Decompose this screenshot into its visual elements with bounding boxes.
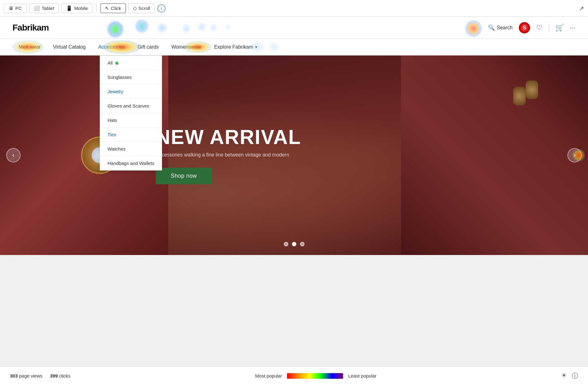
share-button[interactable]: ↗	[579, 5, 584, 12]
click-label: Click	[111, 6, 121, 11]
info-button[interactable]: i	[157, 4, 165, 12]
clicks-count: 399 clicks	[50, 373, 70, 378]
footer-stats: 303 page views 399 clicks	[10, 373, 70, 378]
tablet-icon: ⬜	[34, 5, 40, 11]
hero-description: Accessories walking a fine line between …	[156, 152, 301, 158]
user-button[interactable]: S	[519, 22, 530, 33]
carousel-dot-2[interactable]	[292, 242, 296, 246]
scroll-button[interactable]: ◇ Scroll	[128, 3, 155, 13]
pc-label: PC	[15, 6, 22, 11]
mobile-icon: 📱	[66, 5, 72, 11]
pc-button[interactable]: 🖥 PC	[4, 4, 26, 13]
dropdown-watches[interactable]: Watches	[100, 142, 162, 156]
shop-now-button[interactable]: Shop now	[156, 168, 212, 184]
carousel-dots	[284, 242, 304, 246]
nav-accessories[interactable]: Accessories	[92, 39, 131, 55]
least-popular-label: Least popular	[348, 373, 376, 378]
most-popular-label: Most popular	[255, 373, 282, 378]
wishlist-button[interactable]: ♡	[536, 24, 543, 32]
dropdown-hats[interactable]: Hats	[100, 113, 162, 128]
footer-bar: 303 page views 399 clicks Most popular L…	[0, 366, 588, 385]
search-button[interactable]: 🔍 Search	[488, 24, 513, 31]
more-button[interactable]: ⋯	[570, 24, 576, 31]
tablet-button[interactable]: ⬜ Tablet	[29, 3, 59, 13]
hero-content: NEW ARRIVAL Accessories walking a fine l…	[156, 126, 301, 184]
scroll-label: Scroll	[139, 6, 151, 11]
site-logo[interactable]: Fabrikam	[12, 23, 49, 33]
main-nav: Men wear Virtual Catalog Accessories Gif…	[0, 39, 588, 55]
dropdown-ties[interactable]: Ties	[100, 128, 162, 142]
pc-icon: 🖥	[8, 6, 13, 11]
click-button[interactable]: ↖ Click	[100, 3, 126, 13]
header-actions: 🔍 Search S ♡ 🛒 ⋯	[488, 22, 576, 33]
site-header: Fabrikam 🔍 Search S ♡ 🛒 ⋯	[0, 17, 588, 39]
brightness-icon[interactable]: ☀	[561, 372, 567, 380]
accessories-dropdown: All Sunglasses Jewelry Gloves and Scarve…	[100, 55, 162, 171]
nav-womenswear[interactable]: Womenswear	[165, 39, 208, 55]
search-label: Search	[497, 25, 513, 31]
dropdown-all[interactable]: All	[100, 56, 162, 70]
hero-section: NEW ARRIVAL Accessories walking a fine l…	[0, 55, 588, 255]
info-icon[interactable]: ⓘ	[572, 372, 578, 380]
page-views: 303 page views	[10, 373, 42, 378]
nav-gift-cards[interactable]: Gift cards	[131, 39, 165, 55]
carousel-dot-3[interactable]	[300, 242, 304, 246]
dropdown-jewelry[interactable]: Jewelry	[100, 84, 162, 99]
mobile-label: Mobile	[74, 6, 88, 11]
icon-separator	[549, 24, 549, 31]
nav-virtual-catalog[interactable]: Virtual Catalog	[47, 39, 92, 55]
cursor-icon: ↖	[105, 5, 109, 11]
nav-explore[interactable]: Explore Fabrikam ▾	[208, 39, 263, 55]
cart-button[interactable]: 🛒	[555, 24, 564, 32]
carousel-dot-1[interactable]	[284, 242, 288, 246]
tablet-label: Tablet	[42, 6, 54, 11]
hero-title: NEW ARRIVAL	[156, 126, 301, 148]
footer-actions: ☀ ⓘ	[561, 372, 578, 380]
footer-legend: Most popular Least popular	[255, 373, 377, 379]
scroll-icon: ◇	[133, 5, 137, 11]
nav-menswear[interactable]: Men wear	[12, 39, 47, 55]
dropdown-gloves-scarves[interactable]: Gloves and Scarves	[100, 99, 162, 113]
carousel-next-button[interactable]: ›	[567, 148, 582, 162]
toolbar-divider	[96, 4, 97, 13]
toolbar: 🖥 PC ⬜ Tablet 📱 Mobile ↖ Click ◇ Scroll …	[0, 0, 588, 17]
explore-dropdown-arrow: ▾	[255, 45, 257, 49]
carousel-prev-button[interactable]: ‹	[6, 148, 21, 162]
mobile-button[interactable]: 📱 Mobile	[61, 3, 93, 13]
heatmap-gradient	[287, 373, 343, 379]
search-icon: 🔍	[488, 24, 495, 31]
dropdown-handbags[interactable]: Handbags and Wallets	[100, 156, 162, 170]
dropdown-sunglasses[interactable]: Sunglasses	[100, 70, 162, 84]
